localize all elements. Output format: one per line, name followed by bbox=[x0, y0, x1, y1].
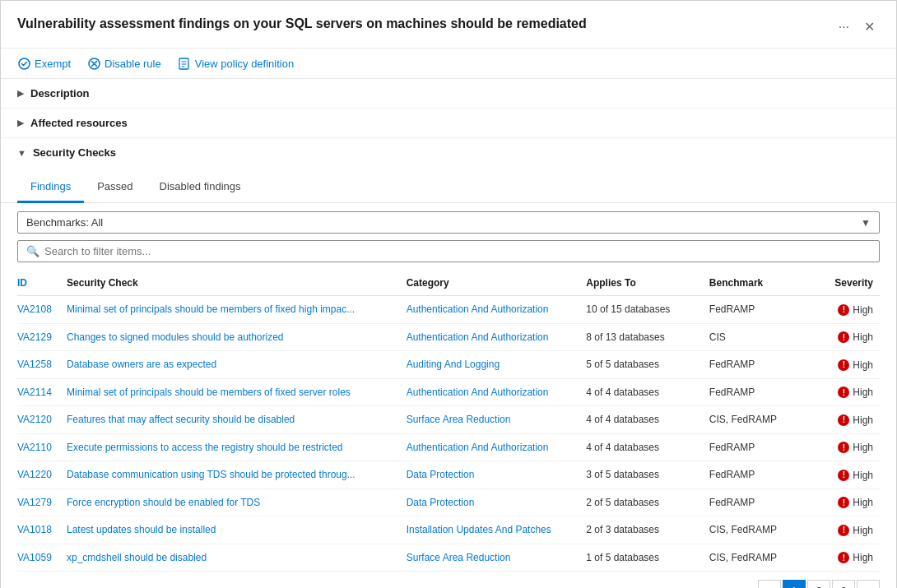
cell-applies-5: 4 of 4 databases bbox=[586, 433, 709, 461]
cell-id-3[interactable]: VA2114 bbox=[17, 378, 67, 406]
table-row: VA2120 Features that may affect security… bbox=[17, 406, 880, 434]
tab-findings[interactable]: Findings bbox=[17, 174, 84, 203]
severity-label: High bbox=[853, 304, 873, 316]
findings-table: ID Security Check Category Applies To Be… bbox=[17, 271, 880, 572]
cell-id-6[interactable]: VA1220 bbox=[17, 461, 67, 489]
cell-applies-1: 8 of 13 databases bbox=[586, 323, 709, 351]
cell-check-9: xp_cmdshell should be disabled bbox=[67, 544, 407, 572]
tab-passed[interactable]: Passed bbox=[84, 174, 146, 203]
disable-icon bbox=[87, 57, 100, 70]
cell-benchmark-9: CIS, FedRAMP bbox=[709, 544, 804, 572]
cell-id-5[interactable]: VA2110 bbox=[17, 433, 67, 461]
policy-label: View policy definition bbox=[195, 58, 294, 70]
exempt-icon bbox=[17, 57, 30, 70]
severity-label: High bbox=[853, 442, 873, 453]
cell-severity-2: ! High bbox=[804, 351, 880, 379]
severity-label: High bbox=[853, 470, 873, 481]
cell-id-8[interactable]: VA1018 bbox=[17, 516, 67, 544]
view-policy-button[interactable]: View policy definition bbox=[178, 57, 294, 70]
severity-icon: ! bbox=[838, 497, 849, 508]
col-header-id: ID bbox=[17, 271, 67, 296]
title-bar: Vulnerability assessment findings on you… bbox=[1, 1, 896, 49]
severity-label: High bbox=[853, 552, 873, 563]
disable-rule-label: Disable rule bbox=[105, 58, 161, 70]
table-header-row: ID Security Check Category Applies To Be… bbox=[17, 271, 880, 296]
cell-benchmark-3: FedRAMP bbox=[709, 378, 804, 406]
cell-check-2: Database owners are as expected bbox=[67, 351, 407, 379]
severity-icon: ! bbox=[838, 304, 849, 316]
severity-label: High bbox=[853, 414, 873, 426]
severity-label: High bbox=[853, 387, 873, 398]
cell-id-7[interactable]: VA1279 bbox=[17, 488, 67, 516]
cell-id-4[interactable]: VA2120 bbox=[17, 406, 67, 434]
cell-severity-7: ! High bbox=[804, 488, 880, 516]
severity-icon: ! bbox=[838, 414, 849, 426]
cell-id-1[interactable]: VA2129 bbox=[17, 323, 67, 351]
affected-resources-section[interactable]: ▶ Affected resources bbox=[1, 109, 896, 138]
severity-icon: ! bbox=[838, 359, 849, 371]
table-row: VA2114 Minimal set of principals should … bbox=[17, 378, 880, 406]
prev-page-button[interactable]: ‹ bbox=[758, 580, 781, 588]
cell-severity-0: ! High bbox=[804, 296, 880, 324]
severity-label: High bbox=[853, 331, 873, 343]
cell-category-0: Authentication And Authorization bbox=[407, 296, 587, 324]
disable-rule-button[interactable]: Disable rule bbox=[87, 57, 161, 70]
affected-chevron: ▶ bbox=[17, 118, 24, 128]
more-options-icon[interactable]: ··· bbox=[834, 18, 854, 36]
pagination: ‹ 1 2 3 › bbox=[1, 572, 896, 588]
close-button[interactable]: ✕ bbox=[859, 17, 880, 36]
cell-check-7: Force encryption should be enabled for T… bbox=[67, 488, 407, 516]
col-header-check: Security Check bbox=[67, 271, 407, 296]
security-checks-section[interactable]: ▼ Security Checks bbox=[1, 138, 896, 167]
description-section[interactable]: ▶ Description bbox=[1, 79, 896, 109]
cell-id-2[interactable]: VA1258 bbox=[17, 351, 67, 379]
severity-icon: ! bbox=[838, 525, 849, 536]
cell-check-4: Features that may affect security should… bbox=[67, 406, 407, 434]
toolbar: Exempt Disable rule View policy definiti… bbox=[1, 49, 896, 79]
severity-label: High bbox=[853, 359, 873, 371]
severity-icon: ! bbox=[838, 387, 849, 398]
exempt-button[interactable]: Exempt bbox=[17, 57, 71, 70]
search-input[interactable] bbox=[44, 245, 871, 257]
title-actions: ··· ✕ bbox=[834, 17, 880, 36]
benchmarks-dropdown[interactable]: Benchmarks: All ▼ bbox=[17, 211, 880, 234]
cell-applies-0: 10 of 15 databases bbox=[586, 296, 709, 324]
cell-id-9[interactable]: VA1059 bbox=[17, 544, 67, 572]
cell-check-1: Changes to signed modules should be auth… bbox=[67, 323, 407, 351]
page-1-button[interactable]: 1 bbox=[783, 580, 806, 588]
page-3-button[interactable]: 3 bbox=[832, 580, 855, 588]
table-row: VA2129 Changes to signed modules should … bbox=[17, 323, 880, 351]
cell-benchmark-4: CIS, FedRAMP bbox=[709, 406, 804, 434]
cell-check-0: Minimal set of principals should be memb… bbox=[67, 296, 407, 324]
cell-severity-4: ! High bbox=[804, 406, 880, 434]
col-header-severity: Severity bbox=[804, 271, 880, 296]
cell-category-2: Auditing And Logging bbox=[407, 351, 587, 379]
cell-check-8: Latest updates should be installed bbox=[67, 516, 407, 544]
cell-applies-4: 4 of 4 databases bbox=[586, 406, 709, 434]
cell-benchmark-8: CIS, FedRAMP bbox=[709, 516, 804, 544]
exempt-label: Exempt bbox=[35, 58, 71, 70]
page-2-button[interactable]: 2 bbox=[807, 580, 830, 588]
affected-label: Affected resources bbox=[30, 117, 128, 129]
severity-icon: ! bbox=[838, 470, 849, 481]
cell-category-3: Authentication And Authorization bbox=[407, 378, 587, 406]
next-page-button[interactable]: › bbox=[857, 580, 880, 588]
cell-id-0[interactable]: VA2108 bbox=[17, 296, 67, 324]
policy-icon bbox=[178, 57, 191, 70]
cell-severity-9: ! High bbox=[804, 544, 880, 572]
col-header-benchmark: Benchmark bbox=[709, 271, 804, 296]
cell-category-5: Authentication And Authorization bbox=[407, 433, 587, 461]
cell-check-3: Minimal set of principals should be memb… bbox=[67, 378, 407, 406]
severity-label: High bbox=[853, 525, 873, 536]
search-row: 🔍 bbox=[17, 240, 880, 262]
table-row: VA1220 Database communication using TDS … bbox=[17, 461, 880, 489]
cell-benchmark-6: FedRAMP bbox=[709, 461, 804, 489]
cell-applies-9: 1 of 5 databases bbox=[586, 544, 709, 572]
benchmarks-label: Benchmarks: All bbox=[26, 216, 103, 229]
cell-applies-8: 2 of 3 databases bbox=[586, 516, 709, 544]
filters-row: Benchmarks: All ▼ 🔍 bbox=[1, 203, 896, 262]
tab-disabled-findings[interactable]: Disabled findings bbox=[146, 174, 254, 203]
cell-benchmark-5: FedRAMP bbox=[709, 433, 804, 461]
table-row: VA2110 Execute permissions to access the… bbox=[17, 433, 880, 461]
cell-check-5: Execute permissions to access the regist… bbox=[67, 433, 407, 461]
